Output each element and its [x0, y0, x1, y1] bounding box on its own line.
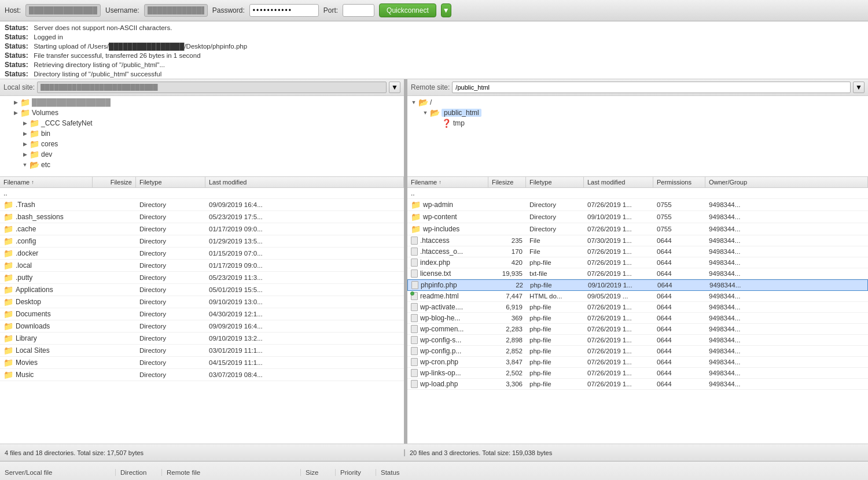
- expand-arrow-icon[interactable]: ▶: [12, 110, 20, 116]
- local-file-row[interactable]: 📁.puttyDirectory05/23/2019 11:3...: [0, 272, 404, 284]
- remote-col-filetype[interactable]: Filetype: [526, 177, 584, 187]
- remote-file-row[interactable]: index.php420php-file07/26/2019 1...06449…: [407, 257, 868, 268]
- remote-tree-label: tmp: [453, 119, 465, 127]
- local-file-row[interactable]: 📁MoviesDirectory04/15/2019 11:1...: [0, 357, 404, 369]
- remote-col-ownergroup[interactable]: Owner/Group: [705, 177, 868, 187]
- local-tree-item[interactable]: ▶📁Volumes: [0, 108, 404, 118]
- quickconnect-dropdown[interactable]: ▼: [441, 3, 451, 17]
- local-site-path[interactable]: [37, 82, 387, 93]
- local-file-list[interactable]: ..📁.TrashDirectory09/09/2019 16:4...📁.ba…: [0, 188, 404, 444]
- remote-tree-item[interactable]: ▼📂public_html: [407, 108, 868, 118]
- remote-file-row[interactable]: wp-config.p...2,852php-file07/26/2019 1.…: [407, 346, 868, 357]
- password-input[interactable]: [249, 4, 319, 17]
- remote-file-type: HTML do...: [526, 291, 584, 301]
- local-file-row[interactable]: 📁ApplicationsDirectory05/01/2019 15:5...: [0, 284, 404, 296]
- remote-sort-arrow: ↑: [439, 179, 442, 185]
- local-file-row[interactable]: ..: [0, 188, 404, 199]
- remote-file-type: Directory: [526, 224, 584, 234]
- local-file-type: Directory: [136, 297, 205, 307]
- remote-tree-area[interactable]: ▼📂/▼📂public_html❓tmp: [407, 96, 868, 177]
- local-file-modified: 01/17/2019 09:0...: [205, 261, 404, 270]
- collapse-arrow-icon[interactable]: ▼: [421, 110, 429, 116]
- local-file-row[interactable]: 📁.cacheDirectory01/17/2019 09:0...: [0, 223, 404, 235]
- remote-tree-item[interactable]: ▼📂/: [407, 97, 868, 108]
- collapse-arrow-icon[interactable]: ▼: [21, 162, 29, 168]
- local-file-row[interactable]: 📁Local SitesDirectory03/01/2019 11:1...: [0, 345, 404, 357]
- remote-tree-label: /: [430, 98, 432, 106]
- remote-site-path[interactable]: [452, 82, 851, 93]
- local-col-filetype[interactable]: Filetype: [136, 177, 205, 187]
- remote-file-row[interactable]: .htaccess_o...170File07/26/2019 1...0644…: [407, 246, 868, 257]
- folder-icon: 📁: [3, 370, 13, 379]
- status-line: Status: Server does not support non-ASCI…: [5, 23, 863, 32]
- local-file-row[interactable]: 📁LibraryDirectory09/10/2019 13:2...: [0, 333, 404, 345]
- quickconnect-button[interactable]: Quickconnect: [379, 3, 436, 17]
- local-tree-item[interactable]: ▶📁bin: [0, 128, 404, 139]
- left-pane: Local site: ▼ ▶📁████████████████▶📁Volume…: [0, 79, 405, 444]
- folder-icon: 📁: [3, 249, 13, 258]
- local-site-dropdown[interactable]: ▼: [389, 82, 400, 93]
- file-name-label: ..: [3, 189, 8, 197]
- remote-file-row[interactable]: 📁wp-contentDirectory09/10/2019 1...07559…: [407, 211, 868, 223]
- local-col-filesize[interactable]: Filesize: [93, 177, 136, 187]
- remote-col-lastmod[interactable]: Last modified: [584, 177, 653, 187]
- expand-arrow-icon[interactable]: ▶: [21, 131, 29, 136]
- local-file-type: Directory: [136, 249, 205, 258]
- remote-file-row[interactable]: phpinfo.php22php-file09/10/2019 1...0644…: [407, 279, 868, 291]
- remote-file-row[interactable]: wp-config-s...2,898php-file07/26/2019 1.…: [407, 335, 868, 346]
- remote-file-row[interactable]: 📁wp-adminDirectory07/26/2019 1...0755949…: [407, 199, 868, 211]
- remote-file-row[interactable]: wp-links-op...2,502php-file07/26/2019 1.…: [407, 368, 868, 379]
- remote-file-row[interactable]: wp-activate....6,919php-file07/26/2019 1…: [407, 302, 868, 313]
- local-file-row[interactable]: 📁.bash_sessionsDirectory05/23/2019 17:5.…: [0, 211, 404, 223]
- remote-file-list[interactable]: ..📁wp-adminDirectory07/26/2019 1...07559…: [407, 188, 868, 444]
- remote-tree-item[interactable]: ❓tmp: [407, 118, 868, 128]
- collapse-arrow-icon[interactable]: ▼: [410, 99, 418, 105]
- local-file-row[interactable]: 📁MusicDirectory03/07/2019 08:4...: [0, 369, 404, 381]
- local-tree-item[interactable]: ▶📁cores: [0, 139, 404, 149]
- php-file-icon: [411, 369, 418, 377]
- remote-file-size: 7,447: [488, 291, 526, 301]
- remote-file-row[interactable]: wp-cron.php3,847php-file07/26/2019 1...0…: [407, 357, 868, 368]
- local-file-row[interactable]: 📁.dockerDirectory01/15/2019 07:0...: [0, 248, 404, 260]
- remote-col-filename[interactable]: Filename ↑: [407, 177, 488, 187]
- remote-file-row[interactable]: ..: [407, 188, 868, 199]
- port-input[interactable]: [343, 4, 374, 17]
- local-file-size: [93, 228, 136, 230]
- remote-file-owner: 9498344...: [705, 335, 868, 345]
- username-input[interactable]: [144, 4, 208, 17]
- remote-site-dropdown[interactable]: ▼: [853, 82, 865, 93]
- status-line: Status: File transfer successful, transf…: [5, 51, 863, 60]
- remote-file-size: 235: [488, 236, 526, 245]
- expand-arrow-icon[interactable]: ▶: [21, 152, 29, 157]
- remote-file-row[interactable]: .htaccess235File07/30/2019 1...064494983…: [407, 235, 868, 246]
- host-input[interactable]: [25, 4, 101, 17]
- remote-file-row[interactable]: license.txt19,935txt-file07/26/2019 1...…: [407, 268, 868, 279]
- local-tree-item[interactable]: ▼📂etc: [0, 160, 404, 170]
- remote-file-size: 2,852: [488, 346, 526, 356]
- local-tree-item[interactable]: ▶📁_CCC SafetyNet: [0, 118, 404, 128]
- remote-file-name-cell: 📁wp-admin: [407, 199, 488, 211]
- local-tree-area[interactable]: ▶📁████████████████▶📁Volumes▶📁_CCC Safety…: [0, 96, 404, 177]
- remote-file-row[interactable]: 📁wp-includesDirectory07/26/2019 1...0755…: [407, 223, 868, 235]
- local-tree-item[interactable]: ▶📁dev: [0, 149, 404, 160]
- tree-item-label: ████████████████: [32, 98, 111, 106]
- remote-file-row[interactable]: wp-load.php3,306php-file07/26/2019 1...0…: [407, 379, 868, 390]
- local-file-row[interactable]: 📁.localDirectory01/17/2019 09:0...: [0, 260, 404, 272]
- expand-arrow-icon[interactable]: ▶: [21, 120, 29, 126]
- local-tree-item[interactable]: ▶📁████████████████: [0, 97, 404, 108]
- remote-file-name-cell: wp-links-op...: [407, 368, 488, 378]
- local-col-lastmod[interactable]: Last modified: [205, 177, 404, 187]
- expand-arrow-icon[interactable]: ▶: [12, 99, 20, 105]
- local-col-filename[interactable]: Filename ↑: [0, 177, 93, 187]
- local-file-row[interactable]: 📁DocumentsDirectory04/30/2019 12:1...: [0, 308, 404, 320]
- expand-arrow-icon[interactable]: ▶: [21, 141, 29, 147]
- local-file-row[interactable]: 📁.configDirectory01/29/2019 13:5...: [0, 235, 404, 248]
- remote-col-filesize[interactable]: Filesize: [488, 177, 526, 187]
- remote-col-permissions[interactable]: Permissions: [653, 177, 705, 187]
- remote-file-row[interactable]: readme.html7,447HTML do...09/05/2019 ...…: [407, 291, 868, 302]
- remote-file-row[interactable]: wp-blog-he...369php-file07/26/2019 1...0…: [407, 313, 868, 324]
- local-file-row[interactable]: 📁DownloadsDirectory09/09/2019 16:4...: [0, 320, 404, 333]
- remote-file-row[interactable]: wp-commen...2,283php-file07/26/2019 1...…: [407, 324, 868, 335]
- local-file-row[interactable]: 📁DesktopDirectory09/10/2019 13:0...: [0, 296, 404, 308]
- local-file-row[interactable]: 📁.TrashDirectory09/09/2019 16:4...: [0, 199, 404, 211]
